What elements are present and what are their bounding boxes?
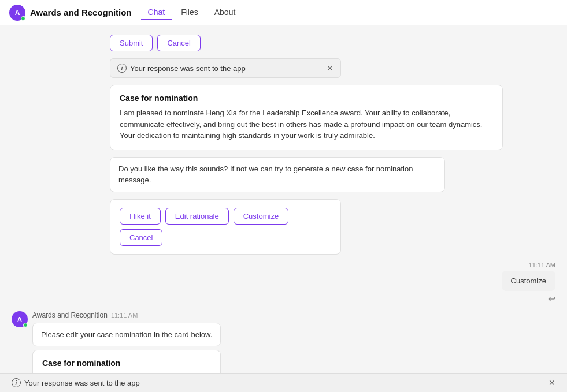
tab-about[interactable]: About	[207, 5, 243, 20]
nomination-card-body: I am pleased to nominate Heng Xia for th…	[120, 107, 493, 141]
user-timestamp: 11:11 AM	[529, 262, 555, 268]
top-submit-row: Submit Cancel	[110, 35, 555, 51]
bottom-info-close[interactable]: ✕	[549, 378, 555, 387]
bot-message-timestamp: 11:11 AM	[111, 312, 138, 319]
bot-content: Awards and Recognition 11:11 AM Please e…	[32, 311, 221, 374]
top-submit-button[interactable]: Submit	[110, 35, 153, 51]
info-bar-top-close[interactable]: ✕	[327, 64, 333, 73]
top-cancel-button[interactable]: Cancel	[157, 35, 200, 51]
online-indicator	[21, 16, 25, 21]
user-message-group: 11:11 AM Customize ↩	[502, 262, 555, 304]
customize-button[interactable]: Customize	[234, 208, 288, 225]
bot-online-dot	[23, 323, 28, 327]
info-bar-top: i Your response was sent to the app ✕	[110, 58, 341, 78]
action-card: I like it Edit rationale Customize Cance…	[110, 199, 341, 255]
question-bubble: Do you like the way this sounds? If not …	[110, 157, 445, 192]
nomination-card-heading: Case for nomination	[120, 94, 493, 103]
bottom-info-icon: i	[12, 378, 21, 387]
app-avatar: A	[9, 5, 25, 21]
edit-card-heading: Case for nomination	[42, 359, 211, 368]
bottom-info-bar: i Your response was sent to the app ✕	[0, 373, 567, 392]
edit-nomination-card: Case for nomination communicate effectiv…	[32, 350, 221, 373]
info-bar-top-text: Your response was sent to the app	[130, 64, 246, 73]
tab-chat[interactable]: Chat	[141, 5, 172, 20]
cancel-button[interactable]: Cancel	[120, 229, 162, 246]
bot-response-bubble: Please edit your case nomination in the …	[32, 323, 221, 347]
app-title: Awards and Recognition	[30, 8, 132, 17]
action-buttons-row2: Cancel	[120, 229, 331, 246]
info-icon-top: i	[117, 64, 127, 73]
bot-avatar: A	[12, 311, 28, 327]
tab-files[interactable]: Files	[174, 5, 205, 20]
bot-sender-name: Awards and Recognition	[32, 311, 108, 319]
user-sent-icon: ↩	[548, 293, 555, 304]
user-bubble: Customize	[502, 271, 555, 291]
action-buttons-row1: I like it Edit rationale Customize	[120, 208, 331, 225]
nav-tabs: Chat Files About	[141, 5, 243, 20]
i-like-it-button[interactable]: I like it	[120, 208, 161, 225]
app-logo: A Awards and Recognition	[9, 5, 132, 21]
edit-rationale-button[interactable]: Edit rationale	[165, 208, 229, 225]
nomination-card: Case for nomination I am pleased to nomi…	[110, 85, 503, 150]
bottom-info-text: Your response was sent to the app	[24, 379, 140, 387]
chat-area: Submit Cancel i Your response was sent t…	[0, 25, 567, 373]
top-nav: A Awards and Recognition Chat Files Abou…	[0, 0, 567, 25]
bot-response-section: A Awards and Recognition 11:11 AM Please…	[12, 311, 555, 374]
